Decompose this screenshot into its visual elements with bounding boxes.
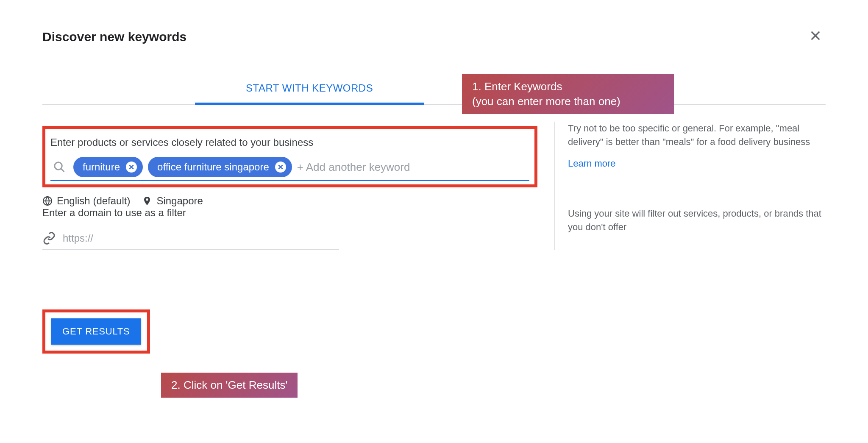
- domain-input[interactable]: [63, 232, 339, 244]
- close-icon: [277, 164, 284, 170]
- learn-more-link[interactable]: Learn more: [568, 158, 826, 169]
- annotation-text: 2. Click on 'Get Results': [171, 379, 287, 391]
- get-results-button[interactable]: GET RESULTS: [51, 318, 141, 345]
- language-selector[interactable]: English (default): [42, 195, 130, 207]
- get-results-highlight-box: GET RESULTS: [42, 309, 150, 354]
- keyword-chip[interactable]: furniture: [73, 157, 143, 177]
- close-icon: [809, 29, 822, 42]
- tabs: START WITH KEYWORDS: [42, 74, 826, 105]
- tab-start-with-keywords[interactable]: START WITH KEYWORDS: [195, 74, 424, 105]
- keywords-highlight-box: Enter products or services closely relat…: [42, 126, 537, 187]
- annotation-step-2: 2. Click on 'Get Results': [161, 373, 298, 398]
- domain-help-text: Using your site will filter out services…: [568, 207, 826, 234]
- svg-point-2: [55, 162, 62, 170]
- svg-line-3: [61, 169, 64, 172]
- search-icon: [53, 161, 66, 173]
- domain-label: Enter a domain to use as a filter: [42, 207, 537, 219]
- keyword-chip[interactable]: office furniture singapore: [148, 157, 292, 177]
- domain-help-panel: Using your site will filter out services…: [554, 207, 826, 250]
- chip-remove-button[interactable]: [126, 162, 137, 173]
- chip-label: office furniture singapore: [157, 161, 269, 173]
- location-selector[interactable]: Singapore: [142, 195, 203, 207]
- close-icon: [128, 164, 135, 170]
- annotation-text: (you can enter more than one): [472, 94, 664, 109]
- link-icon: [42, 231, 56, 245]
- pin-icon: [142, 196, 152, 206]
- keywords-help-text: Try not to be too specific or general. F…: [568, 122, 826, 149]
- page-title: Discover new keywords: [42, 30, 186, 44]
- language-label: English (default): [57, 195, 130, 207]
- domain-input-row[interactable]: [42, 227, 339, 250]
- annotation-text: 1. Enter Keywords: [472, 79, 664, 94]
- chip-label: furniture: [83, 161, 120, 173]
- location-label: Singapore: [156, 195, 203, 207]
- globe-icon: [42, 196, 53, 206]
- add-keyword-input[interactable]: [297, 161, 529, 174]
- close-button[interactable]: [805, 25, 826, 48]
- keywords-label: Enter products or services closely relat…: [50, 137, 529, 148]
- header: Discover new keywords: [42, 25, 826, 48]
- keywords-input-row[interactable]: furniture office furniture singapore: [50, 157, 529, 181]
- chip-remove-button[interactable]: [275, 162, 286, 173]
- locale-row: English (default) Singapore: [42, 195, 537, 207]
- annotation-step-1: 1. Enter Keywords (you can enter more th…: [462, 74, 674, 114]
- keywords-help-panel: Try not to be too specific or general. F…: [554, 122, 826, 207]
